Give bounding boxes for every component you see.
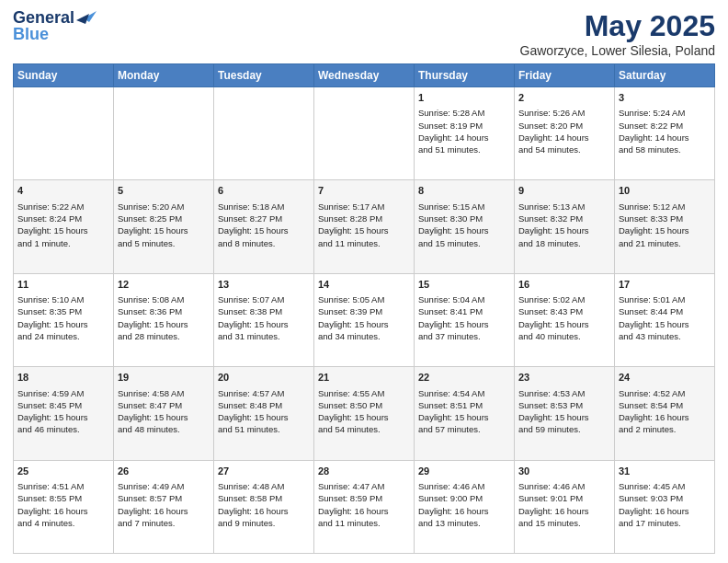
day-info-line: Daylight: 15 hours: [418, 411, 510, 423]
day-number: 10: [619, 184, 711, 198]
day-info-line: Sunrise: 5:07 AM: [218, 293, 310, 305]
day-info-line: and 40 minutes.: [518, 330, 610, 342]
day-cell-29: 26Sunrise: 4:49 AMSunset: 8:57 PMDayligh…: [114, 460, 214, 553]
day-number: 26: [118, 465, 210, 478]
day-cell-24: 21Sunrise: 4:55 AMSunset: 8:50 PMDayligh…: [314, 367, 415, 460]
day-info-line: Daylight: 16 hours: [418, 505, 510, 517]
header: General Blue May 2025 Gaworzyce, Lower S…: [13, 9, 715, 58]
day-number: 16: [518, 278, 610, 292]
day-info-line: Sunrise: 4:57 AM: [218, 387, 310, 399]
day-cell-1: [114, 87, 214, 180]
week-row-5: 25Sunrise: 4:51 AMSunset: 8:55 PMDayligh…: [14, 460, 715, 553]
day-info-line: Sunrise: 5:02 AM: [518, 293, 610, 305]
day-info-line: Daylight: 15 hours: [218, 224, 310, 236]
day-info-line: Sunrise: 4:51 AM: [17, 480, 109, 492]
day-number: 20: [218, 371, 310, 385]
day-number: 27: [218, 465, 310, 478]
day-info-line: and 54 minutes.: [318, 423, 410, 435]
day-info-line: and 48 minutes.: [118, 423, 210, 435]
day-number: 31: [619, 465, 711, 478]
day-cell-25: 22Sunrise: 4:54 AMSunset: 8:51 PMDayligh…: [415, 367, 515, 460]
day-cell-7: 4Sunrise: 5:22 AMSunset: 8:24 PMDaylight…: [14, 180, 114, 273]
day-cell-28: 25Sunrise: 4:51 AMSunset: 8:55 PMDayligh…: [14, 460, 114, 553]
day-number: 29: [418, 465, 510, 478]
day-cell-16: 13Sunrise: 5:07 AMSunset: 8:38 PMDayligh…: [214, 273, 314, 366]
day-info-line: Sunset: 8:33 PM: [619, 213, 711, 224]
day-info-line: Daylight: 15 hours: [118, 411, 210, 423]
day-number: 22: [418, 371, 510, 385]
day-cell-19: 16Sunrise: 5:02 AMSunset: 8:43 PMDayligh…: [515, 273, 615, 366]
day-info-line: and 9 minutes.: [218, 517, 310, 529]
day-number: 6: [218, 184, 310, 198]
day-info-line: and 21 minutes.: [619, 237, 711, 249]
day-info-line: Sunrise: 4:49 AM: [118, 480, 210, 492]
day-info-line: Sunrise: 5:22 AM: [17, 201, 109, 213]
day-info-line: Daylight: 15 hours: [518, 318, 610, 330]
day-cell-3: [314, 87, 415, 180]
day-number: 15: [418, 278, 510, 292]
day-info-line: and 17 minutes.: [619, 517, 711, 529]
day-info-line: Daylight: 15 hours: [17, 318, 109, 330]
day-info-line: Sunrise: 4:45 AM: [619, 480, 711, 492]
day-info-line: Sunset: 9:00 PM: [418, 492, 510, 504]
day-number: 3: [619, 91, 711, 105]
header-cell-monday: Monday: [114, 64, 214, 87]
week-row-3: 11Sunrise: 5:10 AMSunset: 8:35 PMDayligh…: [14, 273, 715, 366]
day-info-line: Sunrise: 5:10 AM: [17, 293, 109, 305]
day-cell-33: 30Sunrise: 4:46 AMSunset: 9:01 PMDayligh…: [515, 460, 615, 553]
header-cell-saturday: Saturday: [615, 64, 715, 87]
day-info-line: Sunset: 8:55 PM: [17, 492, 109, 504]
day-info-line: Sunrise: 4:55 AM: [318, 387, 410, 399]
day-info-line: Daylight: 15 hours: [318, 224, 410, 236]
day-info-line: Daylight: 16 hours: [118, 505, 210, 517]
day-info-line: Sunrise: 4:47 AM: [318, 480, 410, 492]
day-cell-9: 6Sunrise: 5:18 AMSunset: 8:27 PMDaylight…: [214, 180, 314, 273]
title-block: May 2025 Gaworzyce, Lower Silesia, Polan…: [520, 9, 715, 58]
day-info-line: Sunset: 8:19 PM: [418, 120, 510, 132]
day-info-line: Sunrise: 5:13 AM: [518, 201, 610, 213]
day-info-line: Sunrise: 5:08 AM: [118, 293, 210, 305]
day-info-line: Sunrise: 4:58 AM: [118, 387, 210, 399]
day-info-line: Sunset: 8:41 PM: [418, 305, 510, 317]
day-cell-34: 31Sunrise: 4:45 AMSunset: 9:03 PMDayligh…: [615, 460, 715, 553]
day-info-line: Sunrise: 4:52 AM: [619, 387, 711, 399]
day-cell-22: 19Sunrise: 4:58 AMSunset: 8:47 PMDayligh…: [114, 367, 214, 460]
day-info-line: and 2 minutes.: [619, 423, 711, 435]
day-cell-14: 11Sunrise: 5:10 AMSunset: 8:35 PMDayligh…: [14, 273, 114, 366]
week-row-2: 4Sunrise: 5:22 AMSunset: 8:24 PMDaylight…: [14, 180, 715, 273]
day-info-line: Sunrise: 5:24 AM: [619, 107, 711, 119]
day-info-line: and 4 minutes.: [17, 517, 109, 529]
day-info-line: Daylight: 15 hours: [318, 318, 410, 330]
day-info-line: Sunset: 8:51 PM: [418, 399, 510, 411]
day-info-line: Daylight: 16 hours: [17, 505, 109, 517]
day-info-line: Daylight: 15 hours: [118, 318, 210, 330]
day-cell-13: 10Sunrise: 5:12 AMSunset: 8:33 PMDayligh…: [615, 180, 715, 273]
day-info-line: Daylight: 16 hours: [518, 505, 610, 517]
calendar-header-row: SundayMondayTuesdayWednesdayThursdayFrid…: [14, 64, 715, 87]
day-cell-11: 8Sunrise: 5:15 AMSunset: 8:30 PMDaylight…: [415, 180, 515, 273]
day-info-line: Daylight: 15 hours: [619, 318, 711, 330]
week-row-4: 18Sunrise: 4:59 AMSunset: 8:45 PMDayligh…: [14, 367, 715, 460]
day-cell-10: 7Sunrise: 5:17 AMSunset: 8:28 PMDaylight…: [314, 180, 415, 273]
day-info-line: and 58 minutes.: [619, 144, 711, 155]
header-cell-sunday: Sunday: [14, 64, 114, 87]
day-info-line: Sunset: 8:35 PM: [17, 305, 109, 317]
day-cell-26: 23Sunrise: 4:53 AMSunset: 8:53 PMDayligh…: [515, 367, 615, 460]
day-cell-27: 24Sunrise: 4:52 AMSunset: 8:54 PMDayligh…: [615, 367, 715, 460]
page: General Blue May 2025 Gaworzyce, Lower S…: [0, 0, 728, 563]
day-cell-20: 17Sunrise: 5:01 AMSunset: 8:44 PMDayligh…: [615, 273, 715, 366]
day-info-line: Sunrise: 5:04 AM: [418, 293, 510, 305]
day-info-line: and 34 minutes.: [318, 330, 410, 342]
day-number: 17: [619, 278, 711, 292]
day-info-line: Daylight: 15 hours: [17, 411, 109, 423]
day-number: 28: [318, 465, 410, 478]
day-info-line: and 46 minutes.: [17, 423, 109, 435]
day-info-line: Sunrise: 5:05 AM: [318, 293, 410, 305]
day-info-line: Daylight: 15 hours: [218, 318, 310, 330]
day-info-line: Daylight: 15 hours: [118, 224, 210, 236]
day-cell-15: 12Sunrise: 5:08 AMSunset: 8:36 PMDayligh…: [114, 273, 214, 366]
day-info-line: and 15 minutes.: [418, 237, 510, 249]
day-cell-31: 28Sunrise: 4:47 AMSunset: 8:59 PMDayligh…: [314, 460, 415, 553]
day-number: 18: [17, 371, 109, 385]
week-row-1: 1Sunrise: 5:28 AMSunset: 8:19 PMDaylight…: [14, 87, 715, 180]
